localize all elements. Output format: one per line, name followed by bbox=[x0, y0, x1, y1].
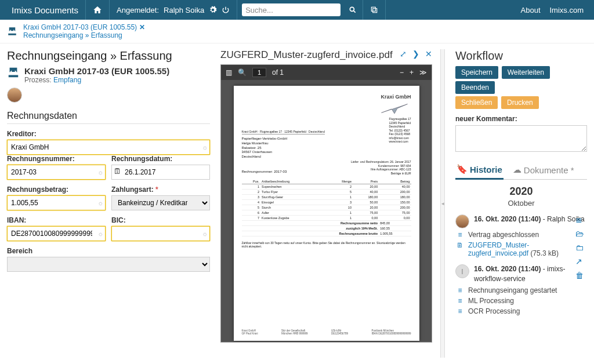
print-button[interactable]: Drucken bbox=[501, 96, 539, 109]
bulb-icon: ☼ bbox=[97, 199, 103, 206]
close-icon[interactable]: ✕ bbox=[139, 23, 145, 31]
history-link[interactable]: ZUGFERD_Muster-zugferd_invoice.pdf bbox=[468, 241, 529, 257]
site-link[interactable]: Imixs.com bbox=[550, 6, 584, 14]
copy-icon[interactable] bbox=[363, 0, 386, 20]
svg-marker-3 bbox=[381, 104, 407, 114]
tab-documents[interactable]: ☁Dokumente * bbox=[512, 161, 575, 179]
history-item: 🗎ZUGFERD_Muster-zugferd_invoice.pdf (75.… bbox=[455, 241, 587, 257]
login-info: Angemeldet: Ralph Soika bbox=[110, 0, 237, 20]
pdf-filename: ZUGFERD_Muster-zugferd_invoice.pdf ⤢ ❯ ✕ bbox=[220, 49, 432, 61]
close-pdf-icon[interactable]: ✕ bbox=[425, 49, 432, 59]
topbar: Imixs Documents Angemeldet: Ralph Soika … bbox=[0, 0, 594, 20]
bulb-icon: ☼ bbox=[97, 169, 103, 176]
svg-rect-1 bbox=[373, 9, 377, 13]
bereich-select[interactable] bbox=[7, 257, 210, 272]
kreditor-input[interactable] bbox=[7, 140, 210, 155]
folder-open-icon[interactable]: 🗁 bbox=[575, 229, 584, 238]
gear-icon[interactable] bbox=[209, 6, 217, 14]
payment-select[interactable]: Bankeinzug / Kreditkarte bbox=[111, 195, 210, 210]
breadcrumb-doc[interactable]: Kraxi GmbH 2017-03 (EUR 1005.55) bbox=[23, 23, 137, 31]
share-icon[interactable]: ↗ bbox=[575, 257, 584, 266]
history-item: ≡OCR Processing bbox=[455, 307, 587, 315]
search-input[interactable]: Suche... bbox=[242, 3, 341, 16]
bic-input[interactable] bbox=[111, 226, 210, 241]
page-title: Rechnungseingang » Erfassung bbox=[7, 49, 210, 63]
inbox-icon bbox=[7, 66, 20, 79]
history-item: ≡Vertrag abgeschlossen bbox=[455, 231, 587, 239]
section-header: Rechnungsdaten bbox=[7, 111, 210, 124]
history-tool-icons: ≣ 🗁 🗀 ↗ 🗑 bbox=[575, 215, 584, 280]
list-icon[interactable]: ≣ bbox=[575, 215, 584, 224]
history-month: Oktober bbox=[455, 199, 587, 208]
splitter[interactable]: ◂ bbox=[440, 49, 445, 358]
history-year: 2020 bbox=[455, 185, 587, 198]
trash-icon[interactable]: 🗑 bbox=[575, 271, 584, 280]
page-input[interactable] bbox=[252, 68, 266, 77]
pdf-page-content: Kraxi GmbH Flugzeugallee 1712345 Papierf… bbox=[234, 86, 419, 341]
popout-icon[interactable]: ❯ bbox=[412, 49, 419, 59]
search-icon[interactable] bbox=[343, 0, 363, 20]
avatar bbox=[455, 214, 469, 228]
doc-title: Kraxi GmbH 2017-03 (EUR 1005.55) bbox=[24, 66, 169, 76]
sidebar-toggle-icon[interactable]: ▥ bbox=[226, 68, 232, 77]
amount-input[interactable] bbox=[7, 195, 106, 210]
bulb-icon: ☼ bbox=[202, 144, 208, 151]
breadcrumb-bar: Kraxi GmbH 2017-03 (EUR 1005.55)✕ Rechnu… bbox=[0, 20, 594, 43]
iban-input[interactable] bbox=[7, 226, 106, 241]
pdf-viewer: ▥ 🔍 of 1 − + ≫ Kraxi GmbH Flugzeugallee … bbox=[220, 64, 432, 343]
save-button[interactable]: Speichern bbox=[455, 66, 498, 79]
avatar: I bbox=[455, 264, 469, 278]
workflow-title: Workflow bbox=[455, 49, 587, 63]
history-entry: 16. Okt. 2020 (11:40) - Ralph Soika bbox=[455, 214, 587, 228]
power-icon[interactable] bbox=[222, 6, 230, 14]
pdf-menu-icon[interactable]: ≫ bbox=[419, 68, 427, 77]
forward-button[interactable]: Weiterleiten bbox=[502, 66, 550, 79]
bulb-icon: ☼ bbox=[202, 230, 208, 237]
svg-rect-2 bbox=[371, 7, 375, 11]
breadcrumb-path[interactable]: Rechnungseingang » Erfassung bbox=[23, 31, 122, 39]
comment-input[interactable] bbox=[455, 125, 587, 152]
process-link[interactable]: Empfang bbox=[53, 76, 81, 84]
pdf-search-icon[interactable]: 🔍 bbox=[238, 68, 247, 77]
invoice-date-input[interactable] bbox=[111, 165, 210, 180]
about-link[interactable]: About bbox=[521, 6, 541, 14]
zoom-out-icon[interactable]: − bbox=[400, 68, 404, 77]
svg-point-0 bbox=[350, 7, 354, 11]
home-icon[interactable] bbox=[86, 0, 110, 20]
folder-icon[interactable]: 🗀 bbox=[575, 243, 584, 252]
invoice-number-input[interactable] bbox=[7, 165, 106, 180]
end-button[interactable]: Beenden bbox=[455, 81, 495, 94]
zoom-in-icon[interactable]: + bbox=[410, 68, 414, 77]
history-item: ≡ML Processing bbox=[455, 297, 587, 305]
inbox-icon bbox=[7, 26, 17, 37]
calendar-icon: 🗓 bbox=[114, 167, 121, 176]
expand-icon[interactable]: ⤢ bbox=[400, 49, 407, 59]
history-entry: I16. Okt. 2020 (11:40) - imixs-workflow-… bbox=[455, 264, 587, 284]
bulb-icon: ☼ bbox=[97, 230, 103, 237]
tab-history[interactable]: 🔖Historie bbox=[455, 161, 504, 180]
avatar bbox=[7, 88, 22, 103]
history-item: ≡Rechnungseingang gestartet bbox=[455, 286, 587, 294]
close-button[interactable]: Schließen bbox=[455, 96, 498, 109]
brand: Imixs Documents bbox=[5, 0, 86, 20]
